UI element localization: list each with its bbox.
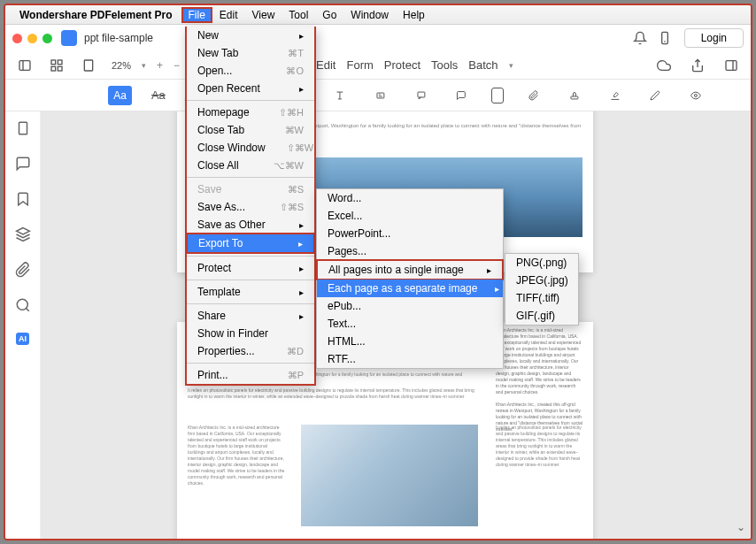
page-thumbnails-icon[interactable]	[15, 120, 31, 136]
batch-chevron-icon[interactable]: ▾	[509, 61, 513, 70]
svg-point-14	[695, 94, 698, 96]
export-menu-item-text-[interactable]: Text...	[317, 315, 503, 333]
file-menu-item-export-to[interactable]: Export To	[186, 233, 315, 254]
menu-help[interactable]: Help	[396, 7, 432, 23]
export-menu-item-pages-[interactable]: Pages...	[317, 242, 503, 260]
export-menu-item-html-[interactable]: HTML...	[317, 333, 503, 350]
zoom-in-button[interactable]: +	[157, 59, 163, 72]
zoom-out-button[interactable]: −	[174, 59, 180, 72]
callout-icon[interactable]	[416, 88, 427, 103]
file-menu-item-close-window[interactable]: Close Window⇧⌘W	[187, 139, 314, 157]
zoom-chevron-icon[interactable]: ▾	[142, 61, 146, 70]
rectangle-tool-icon[interactable]	[491, 88, 504, 103]
single-page-icon[interactable]	[81, 58, 96, 73]
pencil-icon[interactable]	[650, 88, 660, 103]
svg-point-17	[17, 299, 27, 310]
file-menu-dropdown: NewNew Tab⌘TOpen...⌘OOpen RecentHomepage…	[185, 27, 316, 386]
cloud-icon[interactable]	[657, 58, 671, 73]
file-menu-item-show-in-finder[interactable]: Show in Finder	[187, 325, 314, 342]
export-menu-item-rtf-[interactable]: RTF...	[317, 350, 503, 368]
tool-form[interactable]: Form	[346, 58, 373, 72]
ai-badge[interactable]: AI	[16, 333, 29, 345]
layers-icon[interactable]	[15, 226, 31, 242]
attachments-icon[interactable]	[15, 262, 31, 278]
menu-tool[interactable]: Tool	[282, 7, 315, 23]
close-window-button[interactable]	[12, 34, 22, 43]
menu-window[interactable]: Window	[343, 7, 396, 23]
share-icon[interactable]	[690, 58, 705, 73]
svg-line-18	[26, 308, 28, 310]
tool-batch[interactable]: Batch	[468, 58, 498, 72]
file-menu-item-new[interactable]: New	[187, 27, 314, 44]
svg-rect-13	[571, 96, 578, 98]
file-menu-item-close-all[interactable]: Close All⌥⌘W	[187, 157, 314, 174]
tool-tools[interactable]: Tools	[431, 58, 458, 72]
file-menu-item-share[interactable]: Share	[187, 307, 314, 325]
export-menu-item-word-[interactable]: Word...	[317, 189, 503, 207]
scroll-down-icon[interactable]: ⌄	[737, 521, 745, 533]
file-menu-item-properties-[interactable]: Properties...⌘D	[187, 342, 314, 360]
export-menu-item-powerpoint-[interactable]: PowerPoint...	[317, 225, 503, 242]
app-name[interactable]: Wondershare PDFelement Pro	[19, 9, 173, 21]
export-menu-item-each-page-as-a-separate-image[interactable]: Each page as a separate image	[317, 280, 503, 297]
minimize-window-button[interactable]	[27, 34, 37, 43]
export-menu-item-epub-[interactable]: ePub...	[317, 297, 503, 315]
svg-rect-11	[377, 93, 384, 98]
file-menu-item-save-as-other[interactable]: Save as Other	[187, 216, 314, 234]
note-icon[interactable]	[456, 88, 467, 103]
format-menu-item-gif-gif-[interactable]: GIF(.gif)	[505, 307, 578, 325]
svg-rect-0	[661, 32, 667, 43]
image-format-submenu: PNG(.png)JPEG(.jpg)TIFF(.tiff)GIF(.gif)	[505, 253, 579, 326]
menu-edit[interactable]: Edit	[212, 7, 245, 23]
menu-go[interactable]: Go	[315, 7, 343, 23]
text-tool-active[interactable]: Aa	[108, 86, 132, 105]
document-tab-name[interactable]: ppt file-sample	[84, 32, 153, 44]
menu-file[interactable]: File	[181, 7, 212, 23]
tool-protect[interactable]: Protect	[384, 58, 420, 72]
file-menu-item-new-tab[interactable]: New Tab⌘T	[187, 44, 314, 62]
highlight-icon[interactable]	[610, 88, 621, 103]
secondary-toolbar: 22% ▾ + − Edit Form Protect Tools Batch …	[5, 51, 751, 80]
svg-marker-16	[16, 228, 29, 235]
window-titlebar: ppt file-sample Login	[5, 25, 751, 51]
svg-rect-9	[726, 60, 737, 70]
menu-view[interactable]: View	[245, 7, 282, 23]
tool-edit[interactable]: Edit	[316, 58, 336, 72]
file-menu-item-save-as-[interactable]: Save As...⇧⌘S	[187, 198, 314, 216]
file-menu-item-open-[interactable]: Open...⌘O	[187, 62, 314, 80]
search-icon[interactable]	[15, 297, 31, 313]
login-button[interactable]: Login	[684, 28, 744, 48]
maximize-window-button[interactable]	[42, 34, 52, 43]
panel-toggle-icon[interactable]	[724, 58, 738, 73]
file-menu-item-open-recent[interactable]: Open Recent	[187, 80, 314, 97]
comments-icon[interactable]	[15, 156, 31, 172]
file-menu-item-close-tab[interactable]: Close Tab⌘W	[187, 121, 314, 139]
format-menu-item-tiff-tiff-[interactable]: TIFF(.tiff)	[505, 289, 578, 307]
eye-icon[interactable]	[690, 88, 701, 103]
strikethrough-tool[interactable]: Aa	[151, 88, 166, 102]
export-menu-item-all-pages-into-a-single-image[interactable]: All pages into a single image	[316, 259, 504, 280]
file-menu-item-print-[interactable]: Print...⌘P	[187, 366, 314, 384]
attachment-icon[interactable]	[528, 88, 539, 103]
zoom-level[interactable]: 22%	[112, 60, 131, 71]
export-menu-item-excel-[interactable]: Excel...	[317, 207, 503, 225]
text-cursor-icon[interactable]	[335, 88, 345, 103]
file-menu-item-save[interactable]: Save⌘S	[187, 180, 314, 198]
p2-body-3: It relies on photovoltaic panels for ele…	[496, 425, 582, 468]
file-menu-item-template[interactable]: Template	[187, 283, 314, 301]
file-menu-item-homepage[interactable]: Homepage⇧⌘H	[187, 103, 314, 121]
traffic-lights	[12, 34, 52, 43]
format-menu-item-png-png-[interactable]: PNG(.png)	[505, 254, 578, 272]
bookmarks-icon[interactable]	[15, 191, 31, 207]
svg-rect-6	[51, 66, 56, 71]
stamp-icon[interactable]	[569, 88, 580, 103]
sidebar-toggle-icon[interactable]	[18, 58, 32, 73]
mobile-icon[interactable]	[658, 31, 672, 45]
grid-view-icon[interactable]	[50, 58, 64, 73]
svg-rect-5	[58, 60, 62, 65]
format-menu-item-jpeg-jpg-[interactable]: JPEG(.jpg)	[505, 272, 578, 289]
svg-rect-15	[19, 122, 27, 134]
text-box-icon[interactable]	[375, 88, 386, 103]
file-menu-item-protect[interactable]: Protect	[187, 259, 314, 277]
notifications-icon[interactable]	[633, 31, 647, 45]
